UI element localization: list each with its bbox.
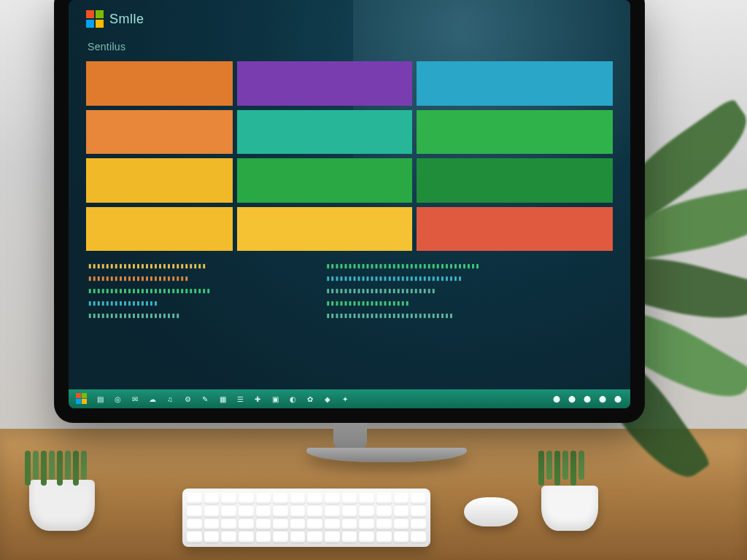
tray-icon-0[interactable]: ⬤ [551,394,562,404]
taskbar-app-3[interactable]: ☁ [147,394,158,404]
app-header: Smlle [86,10,144,28]
taskbar-app-6[interactable]: ✎ [200,394,210,404]
start-tile-t9[interactable] [417,158,613,203]
start-button[interactable] [76,393,88,405]
code-line: ▮▮▮▮▮▮▮▮▮▮▮▮▮▮▮▮▮▮▮ [326,297,613,309]
screen: Smlle Sentilus ▮▮▮▮▮▮▮▮▮▮▮▮▮▮▮▮▮▮▮▮▮▮▮▮▮… [69,0,630,408]
code-line: ▮▮▮▮▮▮▮▮▮▮▮▮▮▮▮▮▮▮▮▮▮▮▮▮▮▮▮▮▮▮▮▮▮▮▮ [326,260,613,272]
start-tile-t3[interactable] [417,61,613,106]
tray-icon-1[interactable]: ⬤ [567,394,577,404]
system-tray: ⬤⬤⬤⬤⬤ [551,394,623,404]
start-tile-t4[interactable] [86,110,233,155]
taskbar-app-0[interactable]: ▤ [95,394,105,404]
monitor-bezel: Smlle Sentilus ▮▮▮▮▮▮▮▮▮▮▮▮▮▮▮▮▮▮▮▮▮▮▮▮▮… [54,0,645,423]
taskbar-app-2[interactable]: ✉ [130,394,140,404]
start-tile-t10[interactable] [86,207,233,252]
code-line: ▮▮▮▮▮▮▮▮▮▮▮▮▮▮▮▮▮▮▮▮▮▮▮ [88,272,309,284]
tray-icon-4[interactable]: ⬤ [613,394,623,404]
taskbar-app-4[interactable]: ♫ [165,394,175,404]
taskbar-app-14[interactable]: ✦ [340,394,350,404]
start-tile-t8[interactable] [237,158,412,203]
windows-logo-icon [86,10,104,28]
taskbar-app-8[interactable]: ☰ [235,394,245,404]
taskbar-app-12[interactable]: ✿ [305,394,315,404]
start-tile-t5[interactable] [237,110,412,155]
start-tile-t1[interactable] [86,61,233,106]
start-tile-t2[interactable] [237,61,412,106]
monitor-stand [306,420,394,464]
code-line: ▮▮▮▮▮▮▮▮▮▮▮▮▮▮▮▮▮▮▮▮▮▮▮▮▮▮▮▮▮ [326,309,613,322]
start-tile-t11[interactable] [237,207,412,252]
code-line: ▮▮▮▮▮▮▮▮▮▮▮▮▮▮▮▮ [88,297,309,309]
code-line: ▮▮▮▮▮▮▮▮▮▮▮▮▮▮▮▮▮▮▮▮▮▮▮▮▮▮▮▮ [88,284,309,297]
keyboard [182,489,430,547]
taskbar-app-5[interactable]: ⚙ [182,394,193,404]
app-title: Smlle [109,12,144,27]
tile-grid [86,61,613,251]
code-line: ▮▮▮▮▮▮▮▮▮▮▮▮▮▮▮▮▮▮▮▮▮▮▮▮▮▮▮ [88,260,309,272]
code-output-block: ▮▮▮▮▮▮▮▮▮▮▮▮▮▮▮▮▮▮▮▮▮▮▮▮▮▮▮▮▮▮▮▮▮▮▮▮▮▮▮▮… [88,260,613,379]
photo-backdrop: Smlle Sentilus ▮▮▮▮▮▮▮▮▮▮▮▮▮▮▮▮▮▮▮▮▮▮▮▮▮… [0,0,747,560]
code-line: ▮▮▮▮▮▮▮▮▮▮▮▮▮▮▮▮▮▮▮▮▮▮▮▮▮▮▮▮▮▮▮ [326,272,613,284]
start-tile-t7[interactable] [86,158,233,203]
taskbar-app-13[interactable]: ◆ [322,394,333,404]
tray-icon-2[interactable]: ⬤ [582,394,592,404]
taskbar-app-7[interactable]: ▦ [217,394,228,404]
start-tile-t12[interactable] [417,207,613,252]
code-line: ▮▮▮▮▮▮▮▮▮▮▮▮▮▮▮▮▮▮▮▮▮ [88,309,309,322]
taskbar-app-9[interactable]: ✚ [252,394,263,404]
taskbar: ▤◎✉☁♫⚙✎▦☰✚▣◐✿◆✦ ⬤⬤⬤⬤⬤ [69,389,630,408]
section-heading: Sentilus [88,41,125,52]
taskbar-app-1[interactable]: ◎ [112,394,123,404]
taskbar-app-11[interactable]: ◐ [287,394,298,404]
taskbar-app-10[interactable]: ▣ [270,394,280,404]
mouse [464,497,518,526]
tray-icon-3[interactable]: ⬤ [597,394,608,404]
start-tile-t6[interactable] [417,110,613,155]
code-line: ▮▮▮▮▮▮▮▮▮▮▮▮▮▮▮▮▮▮▮▮▮▮▮▮▮ [326,284,613,297]
